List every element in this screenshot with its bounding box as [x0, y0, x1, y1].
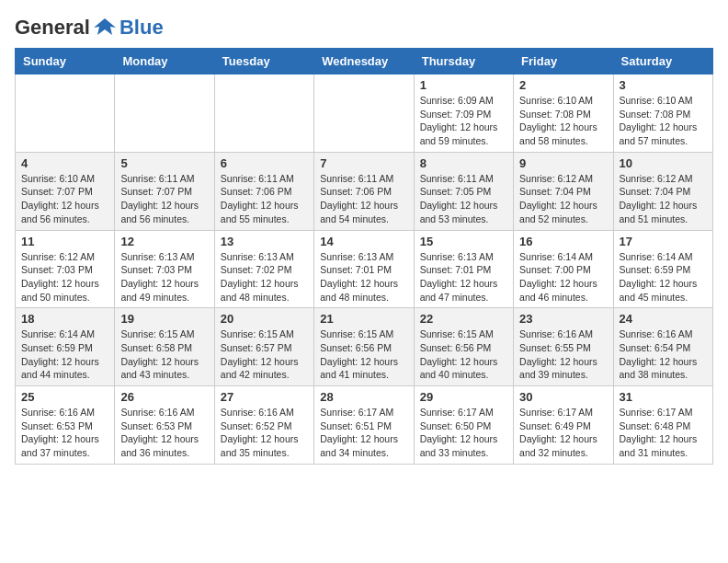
- day-number: 28: [320, 390, 407, 404]
- weekday-header-friday: Friday: [514, 49, 613, 75]
- weekday-header-monday: Monday: [115, 49, 214, 75]
- day-info: Sunrise: 6:17 AM Sunset: 6:50 PM Dayligh…: [420, 406, 507, 460]
- day-number: 11: [21, 235, 108, 248]
- logo: General Blue: [15, 15, 164, 40]
- day-number: 13: [221, 235, 308, 248]
- calendar-cell: 29Sunrise: 6:17 AM Sunset: 6:50 PM Dayli…: [414, 386, 513, 465]
- day-info: Sunrise: 6:14 AM Sunset: 7:00 PM Dayligh…: [519, 250, 607, 304]
- calendar-cell: 18Sunrise: 6:14 AM Sunset: 6:59 PM Dayli…: [16, 308, 115, 386]
- day-info: Sunrise: 6:17 AM Sunset: 6:48 PM Dayligh…: [620, 406, 707, 460]
- calendar-table: SundayMondayTuesdayWednesdayThursdayFrid…: [15, 48, 713, 465]
- day-number: 5: [120, 156, 208, 170]
- day-info: Sunrise: 6:16 AM Sunset: 6:52 PM Dayligh…: [221, 406, 308, 460]
- day-number: 3: [620, 78, 707, 92]
- day-info: Sunrise: 6:11 AM Sunset: 7:06 PM Dayligh…: [221, 172, 308, 226]
- calendar-cell: 13Sunrise: 6:13 AM Sunset: 7:02 PM Dayli…: [214, 230, 313, 308]
- day-number: 6: [221, 156, 308, 170]
- calendar-cell: 15Sunrise: 6:13 AM Sunset: 7:01 PM Dayli…: [414, 230, 513, 308]
- weekday-header-sunday: Sunday: [16, 49, 115, 75]
- day-info: Sunrise: 6:15 AM Sunset: 6:56 PM Dayligh…: [420, 327, 507, 382]
- day-info: Sunrise: 6:12 AM Sunset: 7:04 PM Dayligh…: [620, 172, 707, 226]
- day-info: Sunrise: 6:11 AM Sunset: 7:07 PM Dayligh…: [120, 172, 208, 226]
- day-info: Sunrise: 6:16 AM Sunset: 6:55 PM Dayligh…: [519, 327, 607, 382]
- day-number: 2: [519, 78, 607, 92]
- calendar-cell: 25Sunrise: 6:16 AM Sunset: 6:53 PM Dayli…: [16, 386, 115, 465]
- calendar-cell: 1Sunrise: 6:09 AM Sunset: 7:09 PM Daylig…: [414, 75, 513, 153]
- calendar-week-row: 4Sunrise: 6:10 AM Sunset: 7:07 PM Daylig…: [16, 152, 713, 230]
- day-info: Sunrise: 6:17 AM Sunset: 6:49 PM Dayligh…: [519, 406, 607, 460]
- day-number: 16: [519, 235, 607, 248]
- weekday-header-wednesday: Wednesday: [314, 49, 414, 75]
- weekday-header-saturday: Saturday: [613, 49, 712, 75]
- calendar-cell: 3Sunrise: 6:10 AM Sunset: 7:08 PM Daylig…: [613, 75, 712, 153]
- calendar-cell: 6Sunrise: 6:11 AM Sunset: 7:06 PM Daylig…: [214, 152, 313, 230]
- day-info: Sunrise: 6:10 AM Sunset: 7:08 PM Dayligh…: [620, 94, 707, 148]
- day-number: 1: [420, 78, 507, 92]
- day-info: Sunrise: 6:16 AM Sunset: 6:53 PM Dayligh…: [120, 406, 208, 460]
- logo-blue-text: Blue: [119, 16, 164, 40]
- day-number: 12: [120, 235, 208, 248]
- day-number: 31: [620, 390, 707, 404]
- day-number: 10: [620, 156, 707, 170]
- day-number: 20: [221, 312, 308, 326]
- calendar-week-row: 18Sunrise: 6:14 AM Sunset: 6:59 PM Dayli…: [16, 308, 713, 386]
- day-number: 22: [420, 312, 507, 326]
- day-info: Sunrise: 6:13 AM Sunset: 7:02 PM Dayligh…: [221, 250, 308, 304]
- day-info: Sunrise: 6:16 AM Sunset: 6:54 PM Dayligh…: [620, 327, 707, 382]
- calendar-cell: 14Sunrise: 6:13 AM Sunset: 7:01 PM Dayli…: [314, 230, 414, 308]
- calendar-cell: 11Sunrise: 6:12 AM Sunset: 7:03 PM Dayli…: [16, 230, 115, 308]
- day-info: Sunrise: 6:12 AM Sunset: 7:04 PM Dayligh…: [519, 172, 607, 226]
- logo-general-text: General: [15, 16, 90, 40]
- day-number: 23: [519, 312, 607, 326]
- calendar-cell: 7Sunrise: 6:11 AM Sunset: 7:06 PM Daylig…: [314, 152, 414, 230]
- calendar-cell: 23Sunrise: 6:16 AM Sunset: 6:55 PM Dayli…: [514, 308, 613, 386]
- day-number: 29: [420, 390, 507, 404]
- day-info: Sunrise: 6:14 AM Sunset: 6:59 PM Dayligh…: [620, 250, 707, 304]
- calendar-cell: 19Sunrise: 6:15 AM Sunset: 6:58 PM Dayli…: [115, 308, 214, 386]
- day-number: 14: [320, 235, 407, 248]
- day-info: Sunrise: 6:17 AM Sunset: 6:51 PM Dayligh…: [320, 406, 407, 460]
- day-number: 19: [120, 312, 208, 326]
- day-number: 27: [221, 390, 308, 404]
- header: General Blue: [15, 15, 713, 40]
- calendar-cell: 26Sunrise: 6:16 AM Sunset: 6:53 PM Dayli…: [115, 386, 214, 465]
- day-info: Sunrise: 6:11 AM Sunset: 7:05 PM Dayligh…: [420, 172, 507, 226]
- day-number: 9: [519, 156, 607, 170]
- day-info: Sunrise: 6:11 AM Sunset: 7:06 PM Dayligh…: [320, 172, 407, 226]
- day-info: Sunrise: 6:16 AM Sunset: 6:53 PM Dayligh…: [21, 406, 108, 460]
- calendar-cell: [115, 75, 214, 153]
- calendar-cell: 21Sunrise: 6:15 AM Sunset: 6:56 PM Dayli…: [314, 308, 414, 386]
- day-number: 15: [420, 235, 507, 248]
- calendar-week-row: 1Sunrise: 6:09 AM Sunset: 7:09 PM Daylig…: [16, 75, 713, 153]
- weekday-header-row: SundayMondayTuesdayWednesdayThursdayFrid…: [16, 49, 713, 75]
- day-info: Sunrise: 6:10 AM Sunset: 7:07 PM Dayligh…: [21, 172, 108, 226]
- calendar-cell: 22Sunrise: 6:15 AM Sunset: 6:56 PM Dayli…: [414, 308, 513, 386]
- day-number: 24: [620, 312, 707, 326]
- day-number: 26: [120, 390, 208, 404]
- day-info: Sunrise: 6:13 AM Sunset: 7:01 PM Dayligh…: [420, 250, 507, 304]
- calendar-cell: 30Sunrise: 6:17 AM Sunset: 6:49 PM Dayli…: [514, 386, 613, 465]
- day-info: Sunrise: 6:13 AM Sunset: 7:03 PM Dayligh…: [120, 250, 208, 304]
- day-info: Sunrise: 6:13 AM Sunset: 7:01 PM Dayligh…: [320, 250, 407, 304]
- calendar-cell: [16, 75, 115, 153]
- logo-bird-icon: [92, 15, 118, 40]
- day-info: Sunrise: 6:12 AM Sunset: 7:03 PM Dayligh…: [21, 250, 108, 304]
- day-info: Sunrise: 6:15 AM Sunset: 6:58 PM Dayligh…: [120, 327, 208, 382]
- day-number: 25: [21, 390, 108, 404]
- day-info: Sunrise: 6:15 AM Sunset: 6:56 PM Dayligh…: [320, 327, 407, 382]
- day-number: 21: [320, 312, 407, 326]
- day-info: Sunrise: 6:10 AM Sunset: 7:08 PM Dayligh…: [519, 94, 607, 148]
- calendar-cell: [314, 75, 414, 153]
- day-number: 4: [21, 156, 108, 170]
- calendar-cell: 4Sunrise: 6:10 AM Sunset: 7:07 PM Daylig…: [16, 152, 115, 230]
- calendar-cell: 24Sunrise: 6:16 AM Sunset: 6:54 PM Dayli…: [613, 308, 712, 386]
- calendar-cell: 28Sunrise: 6:17 AM Sunset: 6:51 PM Dayli…: [314, 386, 414, 465]
- day-info: Sunrise: 6:09 AM Sunset: 7:09 PM Dayligh…: [420, 94, 507, 148]
- calendar-week-row: 11Sunrise: 6:12 AM Sunset: 7:03 PM Dayli…: [16, 230, 713, 308]
- day-number: 30: [519, 390, 607, 404]
- weekday-header-tuesday: Tuesday: [214, 49, 313, 75]
- calendar-cell: 27Sunrise: 6:16 AM Sunset: 6:52 PM Dayli…: [214, 386, 313, 465]
- calendar-cell: 10Sunrise: 6:12 AM Sunset: 7:04 PM Dayli…: [613, 152, 712, 230]
- calendar-cell: 17Sunrise: 6:14 AM Sunset: 6:59 PM Dayli…: [613, 230, 712, 308]
- calendar-cell: 5Sunrise: 6:11 AM Sunset: 7:07 PM Daylig…: [115, 152, 214, 230]
